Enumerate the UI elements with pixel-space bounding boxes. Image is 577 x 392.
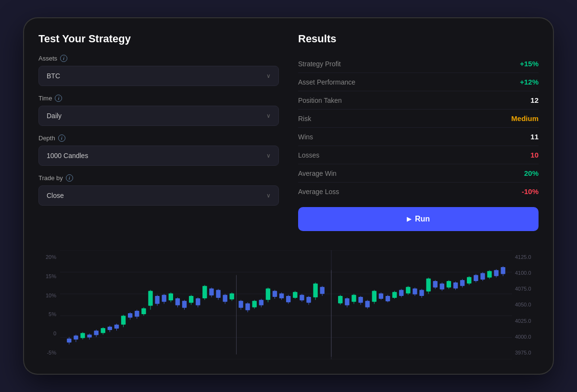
svg-rect-118 xyxy=(447,281,451,287)
svg-rect-18 xyxy=(101,328,105,333)
svg-rect-71 xyxy=(279,294,284,298)
run-button[interactable]: ▶ Run xyxy=(298,207,539,231)
avg-win-row: Average Win 20% xyxy=(298,164,539,183)
svg-rect-63 xyxy=(252,301,257,307)
position-taken-value: 12 xyxy=(530,96,539,104)
time-info-icon[interactable]: i xyxy=(55,95,62,102)
svg-rect-22 xyxy=(114,325,119,329)
svg-rect-81 xyxy=(313,283,317,297)
svg-rect-104 xyxy=(399,290,403,296)
tradeby-value: Close xyxy=(47,192,64,199)
losses-value: 10 xyxy=(530,151,539,159)
svg-rect-36 xyxy=(162,295,166,302)
device-frame: Test Your Strategy Assets i BTC ∨ Time xyxy=(24,18,553,374)
svg-rect-94 xyxy=(365,301,370,307)
svg-rect-16 xyxy=(94,331,99,335)
position-taken-label: Position Taken xyxy=(298,97,342,104)
avg-loss-value: -10% xyxy=(522,187,539,196)
depth-chevron-icon: ∨ xyxy=(266,152,271,159)
svg-rect-79 xyxy=(306,297,311,303)
assets-value: BTC xyxy=(47,72,60,80)
left-panel: Test Your Strategy Assets i BTC ∨ Time xyxy=(38,33,279,231)
svg-rect-8 xyxy=(67,339,71,343)
svg-rect-134 xyxy=(501,267,505,274)
svg-rect-122 xyxy=(460,280,464,286)
svg-rect-52 xyxy=(216,290,220,298)
svg-rect-46 xyxy=(196,298,200,305)
svg-rect-130 xyxy=(487,271,491,277)
risk-label: Risk xyxy=(298,115,311,122)
svg-rect-108 xyxy=(413,288,417,294)
assets-info-icon[interactable]: i xyxy=(60,55,67,62)
avg-win-value: 20% xyxy=(524,169,539,177)
losses-row: Losses 10 xyxy=(298,146,539,164)
top-section: Test Your Strategy Assets i BTC ∨ Time xyxy=(38,33,539,231)
strategy-profit-label: Strategy Profit xyxy=(298,60,341,68)
avg-loss-row: Average Loss -10% xyxy=(298,183,539,200)
time-value: Daily xyxy=(47,112,62,120)
wins-row: Wins 11 xyxy=(298,128,539,146)
right-panel-title: Results xyxy=(298,33,539,45)
svg-rect-112 xyxy=(426,279,430,292)
svg-rect-12 xyxy=(80,333,85,338)
avg-loss-label: Average Loss xyxy=(298,188,339,196)
main-content: Test Your Strategy Assets i BTC ∨ Time xyxy=(38,33,539,359)
depth-select[interactable]: 1000 Candles ∨ xyxy=(38,146,279,166)
svg-rect-48 xyxy=(202,286,207,298)
chart-section: 20% 15% 10% 5% 0 -5% 4125.0 4100.0 4075.… xyxy=(38,250,539,359)
chart-y-axis-left: 20% 15% 10% 5% 0 -5% xyxy=(38,250,60,359)
svg-rect-34 xyxy=(155,296,159,304)
y-label-right-3975: 3975.0 xyxy=(512,350,539,355)
svg-rect-28 xyxy=(135,311,139,317)
svg-rect-69 xyxy=(273,291,277,297)
asset-performance-label: Asset Performance xyxy=(298,78,355,86)
y-label-right-4050: 4050.0 xyxy=(512,302,539,307)
svg-rect-106 xyxy=(406,287,410,293)
chart-area xyxy=(60,250,512,359)
y-label-5: 5% xyxy=(38,311,60,317)
y-label-15: 15% xyxy=(38,273,60,279)
strategy-profit-value: +15% xyxy=(520,60,539,68)
svg-rect-32 xyxy=(148,291,152,306)
svg-rect-38 xyxy=(169,294,173,300)
assets-select[interactable]: BTC ∨ xyxy=(38,66,279,86)
tradeby-field-group: Trade by i Close ∨ xyxy=(38,174,279,206)
svg-rect-73 xyxy=(286,296,290,302)
depth-value: 1000 Candles xyxy=(47,152,88,159)
tradeby-info-icon[interactable]: i xyxy=(66,174,73,182)
chart-container: 20% 15% 10% 5% 0 -5% 4125.0 4100.0 4075.… xyxy=(38,250,539,359)
y-label-10: 10% xyxy=(38,293,60,298)
run-button-label: Run xyxy=(415,215,430,223)
svg-rect-128 xyxy=(480,273,485,279)
svg-rect-83 xyxy=(320,287,325,294)
y-label-right-4075: 4075.0 xyxy=(512,286,539,292)
time-field-group: Time i Daily ∨ xyxy=(38,95,279,126)
svg-rect-59 xyxy=(238,301,243,307)
wins-value: 11 xyxy=(530,133,539,141)
svg-rect-86 xyxy=(338,296,342,303)
y-label-right-4000: 4000.0 xyxy=(512,334,539,340)
chart-y-axis-right: 4125.0 4100.0 4075.0 4050.0 4025.0 4000.… xyxy=(512,250,539,359)
svg-rect-114 xyxy=(433,281,438,287)
svg-rect-88 xyxy=(345,298,349,305)
svg-rect-102 xyxy=(392,292,397,298)
svg-rect-132 xyxy=(494,270,498,276)
svg-rect-56 xyxy=(230,294,234,299)
y-label-0: 0 xyxy=(38,331,60,336)
svg-rect-100 xyxy=(386,296,390,301)
svg-rect-44 xyxy=(189,296,193,303)
svg-rect-110 xyxy=(419,290,424,296)
results-table: Strategy Profit +15% Asset Performance +… xyxy=(298,55,539,200)
play-icon: ▶ xyxy=(407,216,411,222)
svg-rect-61 xyxy=(245,303,250,310)
y-label-20: 20% xyxy=(38,254,60,260)
tradeby-chevron-icon: ∨ xyxy=(266,192,271,199)
time-select[interactable]: Daily ∨ xyxy=(38,106,279,126)
svg-rect-14 xyxy=(87,334,91,337)
tradeby-select[interactable]: Close ∨ xyxy=(38,185,279,206)
depth-field-group: Depth i 1000 Candles ∨ xyxy=(38,135,279,166)
right-panel: Results Strategy Profit +15% Asset Perfo… xyxy=(298,33,539,231)
assets-chevron-icon: ∨ xyxy=(266,73,271,79)
depth-info-icon[interactable]: i xyxy=(58,135,65,142)
svg-rect-10 xyxy=(74,335,78,339)
